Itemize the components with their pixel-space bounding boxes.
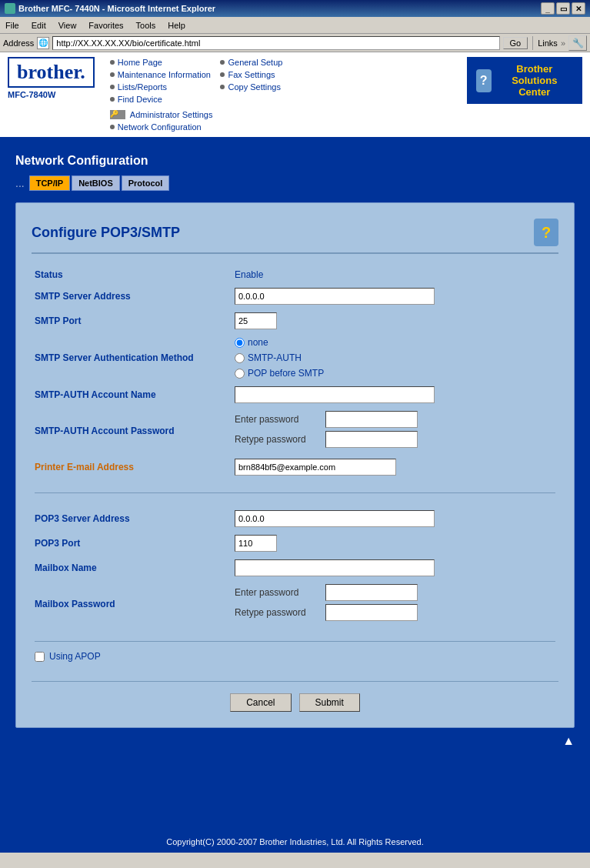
key-icon: 🔑 [110,110,125,119]
mailbox-enter-password-label: Enter password [235,587,319,598]
printer-email-row: Printer E-mail Address [32,455,558,479]
address-label: Address [3,38,34,48]
radio-pop-smtp-input[interactable] [235,369,245,379]
browser-icon [5,3,15,14]
printer-email-input[interactable] [235,459,396,476]
navigation-area: brother. MFC-7840W Home Page Maintenance… [0,52,590,139]
menu-edit[interactable]: Edit [29,20,48,31]
nav-maintenance[interactable]: Maintenance Information [110,69,213,80]
smtp-auth-radio-group: none SMTP-AUTH POP before SMTP [235,337,555,379]
mailbox-retype-password-input[interactable] [325,604,418,621]
form-panel: Configure POP3/SMTP ? Status Enable SMTP… [15,202,575,728]
page-icon: 🌐 [37,37,49,49]
scroll-up-button[interactable]: ▲ [562,734,575,748]
submit-button[interactable]: Submit [299,693,360,712]
smtp-server-label: SMTP Server Address [32,284,232,309]
printer-email-cell [232,455,558,479]
smtp-account-name-label: SMTP-AUTH Account Name [32,382,232,407]
tab-netbios[interactable]: NetBIOS [72,175,120,191]
mailbox-password-row: Mailbox Password Enter password Retype p… [32,580,558,628]
radio-pop-before-smtp: POP before SMTP [235,368,555,379]
nav-lists-reports[interactable]: Lists/Reports [110,82,213,92]
tab-protocol[interactable]: Protocol [122,175,170,191]
using-apop-label: Using APOP [49,651,101,662]
smtp-enter-password-input[interactable] [325,411,418,428]
smtp-account-name-row: SMTP-AUTH Account Name [32,382,558,407]
cancel-button[interactable]: Cancel [230,693,291,712]
divider-row [32,479,558,506]
nav-copy-settings[interactable]: Copy Settings [220,82,282,92]
menu-tools[interactable]: Tools [134,20,158,31]
nav-dot-icon [110,97,115,102]
using-apop-checkbox[interactable] [35,652,45,662]
solutions-center-icon: ? [476,69,492,92]
nav-find-device[interactable]: Find Device [110,94,213,105]
menu-view[interactable]: View [56,20,79,31]
menu-favorites[interactable]: Favorites [86,20,125,31]
smtp-auth-label: SMTP Server Authentication Method [32,333,232,382]
mailbox-enter-password-row: Enter password [235,584,555,601]
nav-admin[interactable]: 🔑 Administrator Settings [110,109,213,120]
smtp-retype-password-input[interactable] [325,431,418,448]
nav-home[interactable]: Home Page [110,57,213,68]
toolbar-extra[interactable]: 🔧 [568,35,587,51]
maximize-button[interactable]: ▭ [556,2,570,15]
main-content: Network Configuration ... TCP/IP NetBIOS… [0,139,590,831]
address-bar: Address 🌐 Go Links » 🔧 [0,34,590,52]
printer-email-label: Printer E-mail Address [32,455,232,479]
nav-dot-icon [110,60,115,65]
form-title-row: Configure POP3/SMTP ? [32,219,558,254]
address-input[interactable] [52,36,499,50]
separator [532,36,533,50]
pop3-server-row: POP3 Server Address [32,506,558,531]
minimize-button[interactable]: _ [541,2,555,15]
smtp-enter-password-row: Enter password [235,411,555,428]
smtp-enter-password-label: Enter password [235,414,319,425]
mailbox-enter-password-input[interactable] [325,584,418,601]
footer-text: Copyright(C) 2000-2007 Brother Industrie… [166,837,423,846]
smtp-account-name-input[interactable] [235,386,435,403]
status-value: Enable [232,265,558,284]
nav-dot-icon [220,85,225,89]
nav-fax-settings[interactable]: Fax Settings [220,69,282,80]
form-title: Configure POP3/SMTP [32,225,180,241]
apop-divider [35,641,555,642]
radio-smtp-auth-input[interactable] [235,353,245,363]
tab-tcpip[interactable]: TCP/IP [29,175,70,191]
smtp-password-row: SMTP-AUTH Account Password Enter passwor… [32,407,558,455]
pop3-server-input[interactable] [235,510,435,527]
logo-text: brother. [17,61,85,84]
smtp-password-cell: Enter password Retype password [232,407,558,455]
smtp-password-label: SMTP-AUTH Account Password [32,407,232,455]
page-header: Network Configuration [15,154,575,168]
menu-help[interactable]: Help [165,20,188,31]
nav-right: General Setup Fax Settings Copy Settings [220,57,282,132]
radio-none-input[interactable] [235,338,245,348]
nav-dot-icon [110,125,115,129]
footer: Copyright(C) 2000-2007 Brother Industrie… [0,831,590,853]
nav-dot-icon [110,72,115,77]
smtp-server-row: SMTP Server Address [32,284,558,309]
menu-file[interactable]: File [3,20,22,31]
solutions-center[interactable]: ? Brother Solutions Center [467,57,582,104]
radio-none: none [235,337,555,348]
scroll-indicator: ▲ [15,728,575,748]
smtp-port-input[interactable] [235,312,277,329]
help-icon[interactable]: ? [534,219,558,246]
links-label: Links [538,38,558,48]
mailbox-retype-password-label: Retype password [235,607,319,618]
close-button[interactable]: ✕ [572,2,585,15]
nav-dot-icon [220,60,225,65]
go-button[interactable]: Go [503,37,528,49]
mailbox-retype-password-row: Retype password [235,604,555,621]
nav-links: Home Page Maintenance Information Lists/… [110,57,452,132]
pop3-port-input[interactable] [235,535,277,552]
smtp-retype-password-row: Retype password [235,431,555,448]
smtp-port-row: SMTP Port [32,309,558,333]
mailbox-name-input[interactable] [235,559,435,576]
status-row: Status Enable [32,265,558,284]
smtp-server-input[interactable] [235,288,435,305]
nav-network-config[interactable]: Network Configuration [110,122,213,132]
smtp-port-label: SMTP Port [32,309,232,333]
nav-general-setup[interactable]: General Setup [220,57,282,68]
